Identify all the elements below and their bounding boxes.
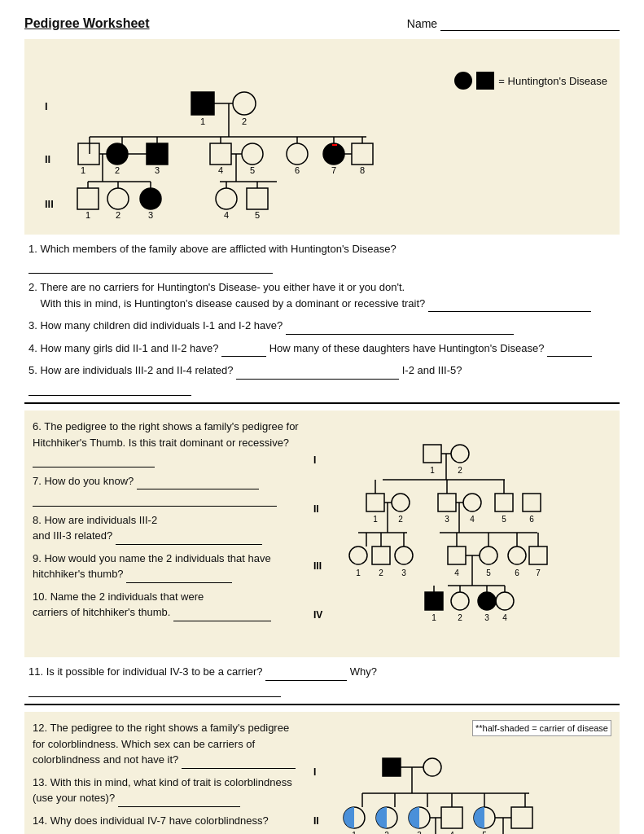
question-9: 9. How would you name the 2 individuals …	[33, 551, 301, 583]
svg-text:3: 3	[417, 831, 422, 834]
question-4: 4. How many girls did II-1 and II-2 have…	[28, 340, 616, 358]
page-header: Pedigree Worksheet Name	[24, 16, 620, 31]
svg-rect-110	[425, 592, 443, 610]
svg-point-74	[463, 494, 481, 511]
svg-rect-14	[147, 143, 168, 165]
svg-rect-65	[366, 494, 384, 511]
svg-text:III: III	[313, 560, 322, 572]
svg-text:II: II	[313, 503, 319, 515]
svg-text:1: 1	[200, 116, 205, 126]
svg-rect-100	[529, 546, 547, 564]
svg-point-128	[423, 758, 441, 776]
svg-point-114	[478, 592, 496, 610]
svg-point-41	[107, 188, 129, 209]
pedigree1-area: I II III = Huntington's Disease 1 2	[33, 47, 607, 226]
svg-text:4: 4	[502, 613, 507, 622]
svg-rect-86	[372, 546, 390, 564]
svg-text:2: 2	[458, 466, 462, 475]
svg-point-67	[392, 494, 410, 511]
q4-text: 4. How many girls did II-1 and II-2 have…	[28, 342, 592, 354]
svg-text:I: I	[313, 454, 316, 466]
q13-answer	[118, 790, 240, 807]
svg-text:6: 6	[295, 165, 300, 175]
svg-text:4: 4	[224, 210, 229, 220]
divider2	[24, 704, 620, 705]
svg-rect-79	[495, 494, 513, 511]
svg-text:6: 6	[515, 568, 519, 577]
svg-text:3: 3	[155, 165, 160, 175]
question-8: 8. How are individuals III-2and III-3 re…	[33, 512, 301, 545]
svg-text:4: 4	[449, 831, 454, 834]
section2-questions: 6. The pedigree to the right shows a fam…	[33, 419, 301, 649]
svg-text:4: 4	[454, 568, 459, 577]
legend-circle	[454, 72, 472, 90]
q5-answer2	[28, 380, 191, 397]
q1-answer	[28, 257, 273, 274]
legend-text: = Huntington's Disease	[498, 75, 607, 87]
q14-answer	[33, 828, 285, 834]
svg-text:1: 1	[352, 831, 357, 834]
page-title: Pedigree Worksheet	[24, 16, 150, 31]
question-6: 6. The pedigree to the right shows a fam…	[33, 419, 301, 467]
question-2: 2. There are no carriers for Huntington'…	[28, 279, 616, 312]
questions-q11: 11. Is it possible for individual IV-3 t…	[24, 664, 620, 697]
svg-text:1: 1	[430, 466, 435, 475]
q7-answer2	[33, 489, 277, 507]
svg-point-116	[496, 592, 514, 610]
svg-rect-39	[77, 188, 99, 209]
svg-text:IV: IV	[313, 609, 322, 621]
svg-text:1: 1	[373, 515, 378, 524]
question-13: 13. With this in mind, what kind of trai…	[33, 775, 301, 807]
svg-text:1: 1	[432, 613, 436, 622]
svg-text:1: 1	[81, 165, 85, 175]
svg-text:7: 7	[536, 568, 541, 577]
name-line	[440, 17, 620, 31]
legend-square	[476, 72, 494, 90]
svg-rect-126	[383, 758, 401, 776]
q4-answer1	[221, 340, 266, 358]
svg-text:I: I	[313, 766, 316, 778]
question-14: 14. Why does individual IV-7 have colorb…	[33, 813, 301, 835]
q3-text: 3. How many children did individuals I-1…	[28, 319, 514, 331]
svg-text:5: 5	[255, 210, 260, 220]
svg-rect-30	[352, 143, 373, 165]
svg-point-48	[216, 188, 237, 209]
svg-point-84	[349, 546, 367, 564]
q1-text: 1. Which members of the family above are…	[28, 243, 396, 271]
q11-answer1	[265, 664, 347, 681]
section2-hitchhiker: 6. The pedigree to the right shows a fam…	[24, 410, 620, 657]
q12-answer	[182, 752, 296, 769]
svg-text:1: 1	[356, 568, 361, 577]
legend: = Huntington's Disease	[454, 72, 607, 90]
q11-answer2	[28, 681, 281, 698]
svg-text:6: 6	[529, 515, 534, 524]
svg-rect-58	[423, 445, 441, 463]
q2-text: 2. There are no carriers for Huntington'…	[28, 281, 591, 309]
svg-rect-137	[441, 807, 462, 828]
section3-questions: 12. The pedigree to the right shows a fa…	[33, 720, 301, 834]
svg-point-27	[323, 143, 344, 165]
question-5: 5. How are individuals III-2 and II-4 re…	[28, 362, 616, 396]
q7-answer	[137, 473, 259, 490]
svg-text:2: 2	[384, 831, 389, 834]
svg-point-20	[242, 143, 263, 165]
svg-text:8: 8	[360, 165, 365, 175]
svg-rect-18	[210, 143, 231, 165]
svg-text:3: 3	[148, 210, 153, 220]
name-field: Name	[407, 17, 620, 31]
q3-answer	[286, 318, 514, 335]
section2-pedigree: I II III IV 1 2 1 2 3	[309, 419, 611, 649]
cb-legend: **half-shaded = carrier of disease	[472, 720, 611, 736]
svg-point-88	[395, 546, 413, 564]
svg-point-25	[287, 143, 308, 165]
svg-text:3: 3	[445, 515, 449, 524]
svg-text:5: 5	[502, 515, 506, 524]
svg-text:4: 4	[218, 165, 223, 175]
svg-rect-72	[438, 494, 456, 511]
svg-text:2: 2	[379, 568, 383, 577]
svg-point-96	[480, 546, 497, 564]
svg-point-43	[140, 188, 161, 209]
section3-colorblind: 12. The pedigree to the right shows a fa…	[24, 712, 620, 834]
q4-answer2	[547, 340, 592, 358]
question-1: 1. Which members of the family above are…	[28, 241, 616, 274]
